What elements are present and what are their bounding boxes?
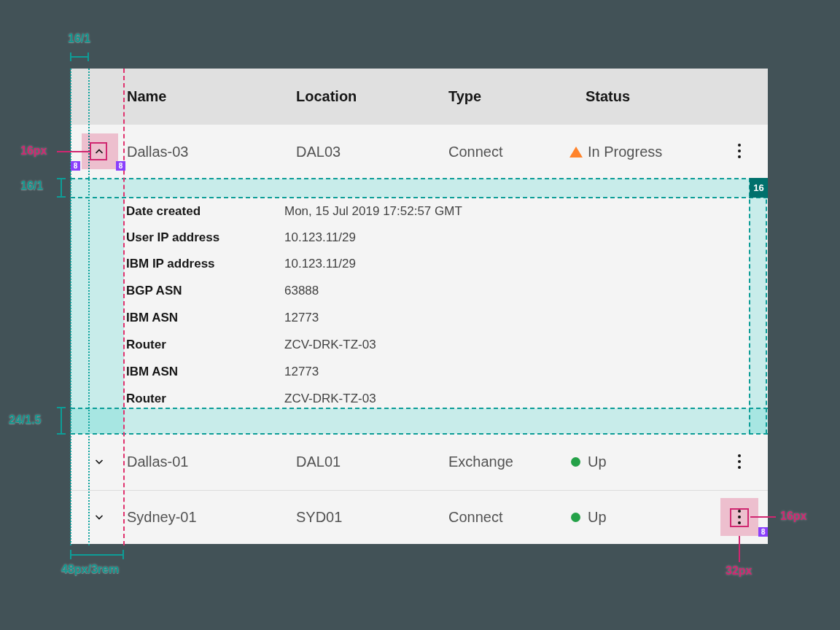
measure-tick xyxy=(88,52,89,61)
chevron-up-icon xyxy=(93,146,105,158)
size-label: 32px xyxy=(726,564,752,578)
detail-row: BGP ASN63888 xyxy=(71,277,768,304)
measurement-badge: 16 xyxy=(750,178,768,198)
status-up-icon xyxy=(571,513,580,522)
measure-line xyxy=(61,178,62,198)
status-cell xyxy=(571,491,580,544)
status-cell xyxy=(571,434,580,490)
cell-type: Connect xyxy=(448,491,503,544)
overflow-menu-button[interactable] xyxy=(734,454,744,469)
cell-type: Exchange xyxy=(448,434,513,490)
status-cell xyxy=(569,125,583,179)
measure-line xyxy=(61,407,62,435)
detail-row: IBM ASN12773 xyxy=(71,358,768,385)
table-row: Dallas-03 DAL03 Connect In Progress xyxy=(71,125,768,179)
detail-row: RouterZCV-DRK-TZ-03 xyxy=(71,331,768,358)
spec-canvas: Name Location Type Status Dallas-03 DAL0… xyxy=(0,0,840,630)
column-header-type: Type xyxy=(448,69,481,125)
table-row: Dallas-01 DAL01 Exchange Up xyxy=(71,434,768,490)
padding-badge: 8 xyxy=(116,161,125,171)
column-header-location: Location xyxy=(296,69,357,125)
detail-row: IBM IP address10.123.11/29 xyxy=(71,250,768,277)
cell-location: DAL03 xyxy=(296,125,341,179)
expand-row-button[interactable] xyxy=(93,456,105,467)
measurement-label: 24/1.5 xyxy=(9,413,41,427)
measure-line xyxy=(70,56,89,58)
warning-triangle-icon xyxy=(569,147,583,158)
overflow-menu-button[interactable] xyxy=(734,144,744,158)
column-header-status: Status xyxy=(586,69,630,125)
detail-row: User IP address10.123.11/29 xyxy=(71,224,768,251)
measurement-label: 16/1 xyxy=(20,179,43,192)
cell-name: Sydney-01 xyxy=(127,491,197,544)
status-up-icon xyxy=(571,457,580,467)
table-row: Sydney-01 SYD01 Connect Up xyxy=(71,491,768,544)
detail-row: RouterZCV-DRK-TZ-03 xyxy=(71,385,768,412)
measure-tick xyxy=(57,407,66,408)
expand-row-button[interactable] xyxy=(93,511,105,523)
padding-badge: 8 xyxy=(758,527,768,537)
detail-row: Date createdMon, 15 Jul 2019 17:52:57 GM… xyxy=(71,198,768,225)
size-label: 16px xyxy=(20,144,47,158)
measure-tick xyxy=(70,52,71,61)
measure-line xyxy=(70,554,124,556)
measurement-label: 48px/3rem xyxy=(61,563,119,576)
overflow-menu-button[interactable] xyxy=(734,510,744,524)
column-header-name: Name xyxy=(127,69,166,125)
detail-row: IBM ASN12773 xyxy=(71,304,768,331)
padding-badge: 8 xyxy=(71,161,80,171)
chevron-down-icon xyxy=(93,456,105,467)
cell-name: Dallas-03 xyxy=(127,125,188,179)
measure-tick xyxy=(57,178,66,179)
measure-tick xyxy=(57,196,66,198)
cell-name: Dallas-01 xyxy=(127,434,188,490)
measure-tick xyxy=(122,550,124,559)
cell-type: Connect xyxy=(448,125,503,179)
collapse-row-button[interactable] xyxy=(93,146,105,158)
status-label: Up xyxy=(588,491,607,544)
cell-location: SYD01 xyxy=(296,491,342,544)
status-label: In Progress xyxy=(588,125,662,179)
measure-tick xyxy=(57,433,66,435)
chevron-down-icon xyxy=(93,511,105,523)
data-table: Name Location Type Status Dallas-03 DAL0… xyxy=(71,69,768,544)
cell-location: DAL01 xyxy=(296,434,341,490)
status-label: Up xyxy=(588,434,607,490)
size-label: 16px xyxy=(780,510,806,523)
measure-tick xyxy=(70,550,71,559)
table-header-row: Name Location Type Status xyxy=(71,69,768,125)
measurement-label: 16/1 xyxy=(68,32,90,45)
